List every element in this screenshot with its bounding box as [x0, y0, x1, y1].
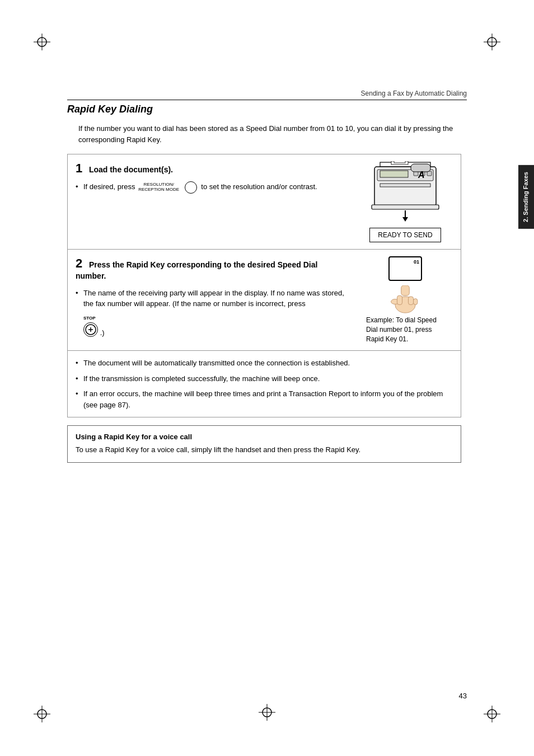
step2-bullets: The name of the receiving party will app… — [76, 288, 349, 339]
step2-number: 2 — [76, 256, 82, 270]
bottom-center-mark — [259, 704, 275, 722]
extra-bullet2: The document will be automatically trans… — [76, 358, 453, 369]
step2-heading: 2 Press the Rapid Key corresponding to t… — [76, 256, 349, 282]
step2-left: 2 Press the Rapid Key corresponding to t… — [76, 256, 349, 344]
step2-title: Press the Rapid Key corresponding to the… — [76, 260, 317, 280]
fax-machine-illustration: A — [363, 161, 447, 226]
main-content: Rapid Key Dialing If the number you want… — [67, 104, 461, 463]
step1-bullet1: If desired, press RESOLUTION/RECEPTION M… — [76, 181, 349, 194]
extra-bullets: The document will be automatically trans… — [67, 351, 461, 417]
intro-paragraph: If the number you want to dial has been … — [78, 123, 461, 145]
svg-rect-36 — [397, 295, 402, 304]
step1-heading: 1 Load the document(s). — [76, 161, 349, 176]
note-title: Using a Rapid Key for a voice call — [76, 433, 453, 441]
step1-bullets: If desired, press RESOLUTION/RECEPTION M… — [76, 181, 349, 194]
svg-rect-17 — [394, 161, 405, 163]
rapid-key-area: 01 Example: To d — [366, 256, 444, 344]
rapid-key-button[interactable]: 01 — [388, 256, 422, 281]
extra-bullet4: If an error occurs, the machine will bee… — [76, 388, 453, 410]
step2-box: 2 Press the Rapid Key corresponding to t… — [67, 250, 461, 351]
svg-rect-25 — [372, 205, 439, 209]
svg-rect-24 — [380, 184, 430, 187]
resolution-label-text: RESOLUTION/RECEPTION MODE — [138, 182, 179, 192]
svg-rect-37 — [408, 297, 413, 305]
step1-number: 1 — [76, 161, 82, 175]
page-title: Rapid Key Dialing — [67, 104, 461, 115]
step1-title: Load the document(s). — [89, 165, 173, 174]
corner-mark-bl — [34, 706, 50, 722]
svg-marker-28 — [402, 217, 408, 222]
page-number: 43 — [459, 692, 467, 700]
svg-rect-20 — [380, 171, 408, 177]
stop-button[interactable] — [83, 322, 98, 337]
step2-bullet1: The name of the receiving party will app… — [76, 288, 349, 339]
hand-press-illustration — [388, 285, 422, 313]
step1-left: 1 Load the document(s). If desired, pres… — [76, 161, 349, 242]
header-text: Sending a Fax by Automatic Dialing — [361, 90, 467, 97]
step1-right: A READY TO SEND — [358, 161, 453, 242]
rapid-key-caption: Example: To dial Speed Dial number 01, p… — [366, 316, 444, 344]
side-tab: 2. Sending Faxes — [518, 165, 534, 229]
corner-mark-tl — [34, 34, 50, 50]
step1-box: 1 Load the document(s). If desired, pres… — [67, 154, 461, 250]
note-box: Using a Rapid Key for a voice call To us… — [67, 425, 461, 463]
svg-rect-38 — [414, 299, 418, 305]
step2-right: 01 Example: To d — [358, 256, 453, 344]
resolution-button[interactable] — [185, 181, 197, 194]
header-area: Sending a Fax by Automatic Dialing — [67, 90, 467, 100]
svg-text:A: A — [418, 170, 425, 180]
svg-rect-33 — [401, 285, 410, 295]
corner-mark-br — [484, 706, 500, 722]
stop-label: STOP — [83, 315, 96, 322]
corner-mark-tr — [484, 34, 500, 50]
note-text: To use a Rapid Key for a voice call, sim… — [76, 444, 453, 456]
extra-bullet3: If the transmission is completed success… — [76, 373, 453, 384]
ready-to-send-box: READY TO SEND — [369, 228, 441, 242]
